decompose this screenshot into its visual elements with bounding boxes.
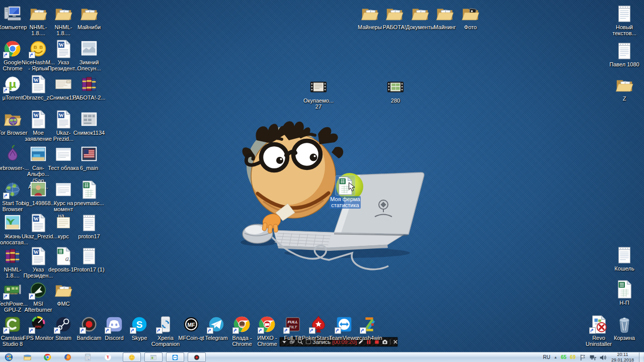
- shortcut-arrow-icon: [105, 327, 111, 334]
- folder-icon: [79, 4, 99, 23]
- cpu-temp-indicator[interactable]: 69: [570, 354, 576, 360]
- svg-text:a,: a,: [65, 254, 71, 262]
- photo-beach-icon: [29, 145, 48, 164]
- taskbar-pinned-apps: Y: [17, 352, 118, 362]
- desktop-icon-n-p[interactable]: Н-П: [608, 280, 640, 306]
- recycle-icon: [615, 315, 634, 334]
- desktop-icon-label: Full Tilt: [284, 335, 302, 341]
- word-icon: W: [54, 39, 73, 58]
- notepad-icon: [615, 41, 634, 60]
- desktop-icon-pnevmatic[interactable]: pnevmatic...: [73, 180, 105, 206]
- desktop-icon-mainibi[interactable]: Майниби: [73, 4, 105, 30]
- recorder-separator: [390, 339, 390, 344]
- gpu-temp-indicator[interactable]: 65: [561, 354, 567, 360]
- tray-flag-icon[interactable]: [579, 354, 586, 361]
- desktop-icon-label: Camtasia Studio 8: [1, 335, 25, 347]
- taskbar-pinned-calculator[interactable]: [77, 352, 98, 362]
- recorder-close-button[interactable]: [391, 338, 399, 345]
- show-desktop-button[interactable]: [639, 352, 643, 362]
- teamviewer-icon: [335, 315, 354, 334]
- desktop-icon-label: Снимок1134: [73, 130, 105, 136]
- taskbar: Y RU ▲ 65 69 20:11 29.01.2018: [0, 352, 644, 362]
- shortcut-arrow-icon: [3, 52, 10, 58]
- shortcut-arrow-icon: [3, 327, 10, 334]
- taskbar-running-app-window[interactable]: [144, 352, 163, 362]
- svg-text:W: W: [34, 77, 39, 83]
- tray-network-icon[interactable]: [589, 354, 596, 361]
- taskbar-running-teamviewer-tb[interactable]: [166, 352, 184, 362]
- fps-icon: FPS: [29, 315, 48, 334]
- telegram-icon: [207, 315, 226, 334]
- note-icon: [54, 213, 73, 232]
- desktop-icon-label: Discord: [104, 335, 124, 341]
- desktop-icon-label: MSI Afterburner: [24, 301, 52, 313]
- shortcut-arrow-icon: [232, 327, 239, 334]
- taskbar-pinned-explorer[interactable]: [17, 352, 37, 362]
- folder-photo-icon: [461, 4, 480, 23]
- steam-icon: [54, 315, 73, 334]
- desktop-icon-snimok1134[interactable]: Снимок1134: [73, 110, 105, 136]
- notepad-icon: [615, 245, 634, 264]
- notepad-icon: [79, 213, 99, 232]
- word-icon: W: [29, 213, 48, 232]
- shortcut-arrow-icon: [3, 293, 10, 300]
- desktop-icon-z-folder[interactable]: Z: [608, 75, 640, 102]
- language-indicator[interactable]: RU: [543, 354, 550, 360]
- desktop-icon-video-280[interactable]: 280: [379, 77, 412, 104]
- tray-volume-icon[interactable]: [599, 354, 606, 361]
- envelope-icon: [54, 74, 73, 94]
- rar-icon: [79, 74, 99, 94]
- revo-icon: [589, 315, 608, 334]
- desktop-icon-label: TeamViewer: [329, 335, 360, 341]
- desktop-icon-label: 6_main: [79, 165, 99, 171]
- desktop-icon-okupaemost-27[interactable]: Окупаемо... 27: [302, 77, 335, 110]
- taskbar-pinned-firefox[interactable]: [57, 352, 77, 362]
- wallpaper-character-illustration: [221, 118, 433, 279]
- desktop-icon-zcash4win[interactable]: zcash4win: [353, 315, 385, 341]
- chrome-imho-icon: [258, 315, 277, 334]
- shortcut-arrow-icon: [335, 327, 341, 334]
- notepad-icon: [79, 246, 99, 265]
- chrome-vlada-icon: [232, 315, 252, 334]
- desktop-icon-label: Z: [622, 96, 627, 102]
- svg-text:TILT: TILT: [289, 325, 297, 329]
- taskbar-running-nicehash-tb[interactable]: [123, 352, 141, 362]
- clock-date: 29.01.2018: [611, 357, 634, 362]
- shortcut-arrow-icon: [360, 327, 366, 334]
- rar-icon: [3, 246, 22, 265]
- discord-icon: [105, 315, 124, 334]
- desktop-icon-label: Новый текстов...: [612, 24, 637, 37]
- taskbar-running-bandicam-tb[interactable]: [188, 352, 206, 362]
- desktop-icon-foto[interactable]: Фото: [454, 4, 487, 30]
- desktop-icon-label: MFCoin-qt: [178, 335, 204, 341]
- gpu-icon: [3, 281, 22, 300]
- desktop-icon-recycle-bin[interactable]: Корзина: [608, 315, 640, 341]
- taskbar-clock[interactable]: 20:11 29.01.2018: [610, 352, 635, 362]
- bandicam-icon: [79, 315, 99, 334]
- desktop-icon-proton17-1[interactable]: Proton17 (1): [73, 246, 105, 273]
- window-thumb-icon: [54, 180, 73, 199]
- video2-icon: [386, 77, 405, 97]
- taskbar-pinned-chrome-tb[interactable]: [37, 352, 57, 362]
- svg-text:B: B: [39, 44, 43, 50]
- desktop-icon-label: Revo Uninstaller: [585, 335, 612, 347]
- word-icon: W: [29, 110, 48, 129]
- xperia-icon: [156, 315, 175, 334]
- svg-text:W: W: [34, 216, 39, 222]
- desktop-icon-rabota-2-rar[interactable]: РАБОТА!-2...: [73, 74, 105, 101]
- desktop-icon-label: Proton17 (1): [73, 266, 105, 273]
- desktop-icon-novy-tekstovy[interactable]: Новый текстов...: [608, 4, 640, 37]
- desktop-icon-zimniy-olesun[interactable]: Зимний Олесун...: [73, 39, 105, 72]
- desktop-icon-label: Xperia Companion: [151, 335, 180, 347]
- desktop-icon-label: ИМХО - Chrome: [257, 335, 277, 347]
- tray-icons: [579, 354, 606, 361]
- start-button[interactable]: [0, 352, 17, 362]
- desktop-icon-koshel[interactable]: Кошель: [608, 245, 640, 272]
- desktop-icon-moya-ferma-statistika[interactable]: Моя ферма статистика: [329, 176, 361, 209]
- hidden-icons-button[interactable]: ▲: [554, 355, 557, 359]
- desktop-icon-pavel-1080[interactable]: Павел 1080: [608, 41, 640, 67]
- taskbar-pinned-yandex[interactable]: Y: [98, 352, 118, 362]
- desktop-icon-label: ФМС: [56, 301, 70, 307]
- desktop-icon-label: Кошель: [614, 265, 634, 272]
- desktop-icon-label: РАБОТА!: [382, 24, 407, 30]
